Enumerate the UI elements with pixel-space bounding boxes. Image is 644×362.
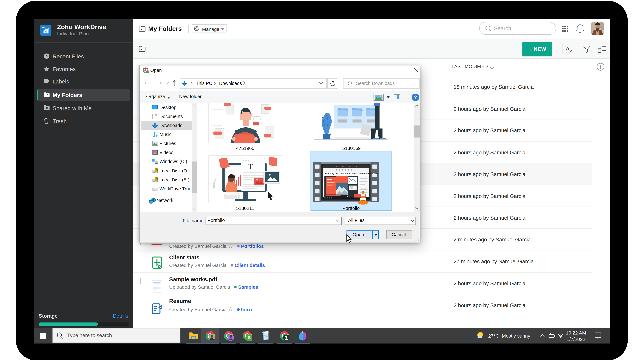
svg-text:A: A: [566, 46, 569, 51]
svg-text:Edit any file from within Work: Edit any file from within WorkDrive with…: [325, 172, 379, 175]
svg-text:Z: Z: [569, 49, 572, 53]
svg-text:T: T: [248, 162, 253, 171]
